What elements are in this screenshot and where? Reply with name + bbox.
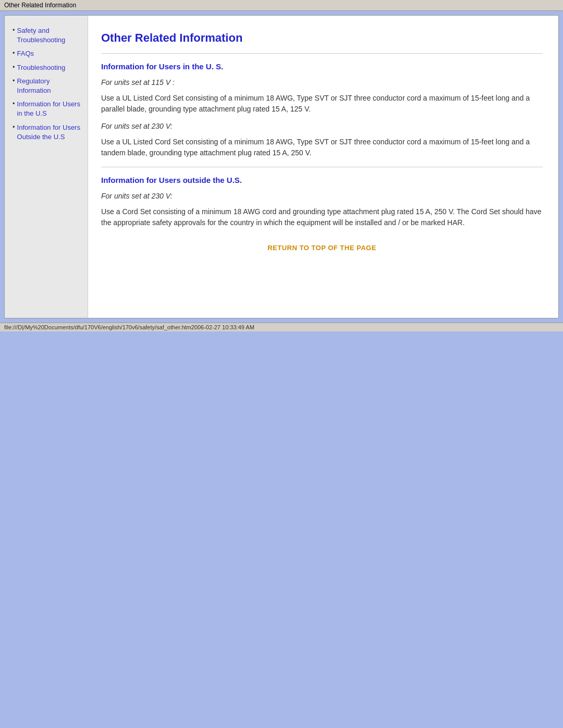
title-bar: Other Related Information [0, 0, 563, 11]
sidebar-link-info-us[interactable]: Information for Users in the U.S [17, 100, 82, 118]
main-wrapper: • Safety and Troubleshooting • FAQs • Tr… [5, 16, 558, 318]
return-to-top[interactable]: RETURN TO TOP OF THE PAGE [101, 244, 543, 252]
divider-top [101, 53, 543, 54]
content-area: • Safety and Troubleshooting • FAQs • Tr… [4, 15, 559, 318]
bullet-icon: • [13, 49, 15, 57]
sidebar-item-info-outside[interactable]: • Information for Users Outside the U.S [13, 123, 82, 142]
bullet-icon: • [13, 100, 15, 107]
window-title: Other Related Information [4, 2, 76, 9]
section1-sub1-body: Use a UL Listed Cord Set consisting of a… [101, 93, 543, 115]
return-to-top-link[interactable]: RETURN TO TOP OF THE PAGE [267, 244, 376, 252]
status-bar: file:///D|/My%20Documents/dfu/170V6/engl… [0, 323, 563, 331]
main-content: Other Related Information Information fo… [88, 16, 558, 318]
bullet-icon: • [13, 26, 15, 34]
sidebar-link-faqs[interactable]: FAQs [17, 49, 34, 58]
section1-title: Information for Users in the U. S. [101, 62, 543, 71]
sidebar-item-safety[interactable]: • Safety and Troubleshooting [13, 26, 82, 45]
sidebar-link-troubleshooting[interactable]: Troubleshooting [17, 63, 66, 72]
sidebar-link-safety[interactable]: Safety and Troubleshooting [17, 26, 82, 45]
sidebar-item-regulatory[interactable]: • Regulatory Information [13, 77, 82, 95]
bullet-icon: • [13, 63, 15, 71]
sidebar-link-regulatory[interactable]: Regulatory Information [17, 77, 82, 95]
page-title: Other Related Information [101, 31, 543, 45]
section2-title: Information for Users outside the U.S. [101, 176, 543, 184]
section1-sub1-heading: For units set at 115 V : [101, 78, 543, 87]
sidebar-item-troubleshooting[interactable]: • Troubleshooting [13, 63, 82, 72]
sidebar-item-faqs[interactable]: • FAQs [13, 49, 82, 58]
sidebar-item-info-us[interactable]: • Information for Users in the U.S [13, 100, 82, 118]
status-text: file:///D|/My%20Documents/dfu/170V6/engl… [4, 324, 254, 330]
section1-sub2-heading: For units set at 230 V: [101, 122, 543, 130]
section2-sub1-body: Use a Cord Set consisting of a minimum 1… [101, 206, 543, 228]
section1-sub2-body: Use a UL Listed Cord Set consisting of a… [101, 137, 543, 158]
bullet-icon: • [13, 77, 15, 84]
bullet-icon: • [13, 123, 15, 131]
sidebar-link-info-outside[interactable]: Information for Users Outside the U.S [17, 123, 82, 142]
sidebar: • Safety and Troubleshooting • FAQs • Tr… [5, 16, 88, 318]
section2-sub1-heading: For units set at 230 V: [101, 192, 543, 200]
divider-middle [101, 167, 543, 167]
